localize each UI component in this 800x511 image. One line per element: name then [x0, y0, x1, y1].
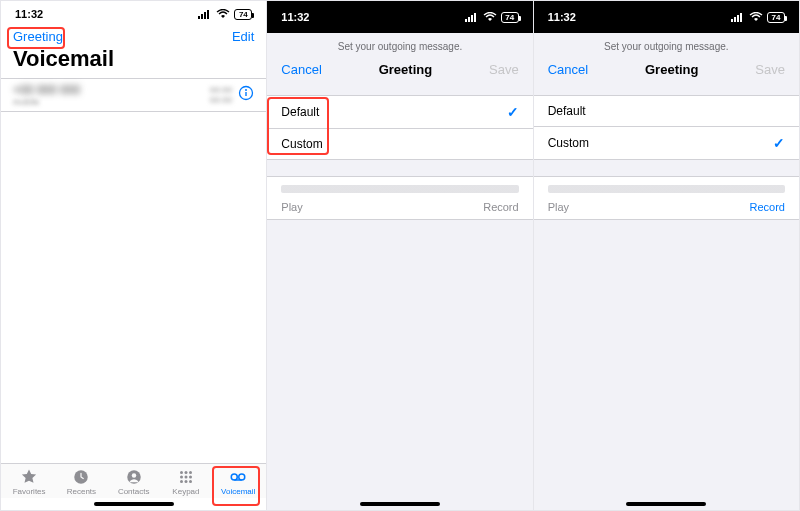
- tab-keypad[interactable]: Keypad: [160, 468, 212, 496]
- cancel-button[interactable]: Cancel: [281, 62, 321, 77]
- recording-block: Play Record: [534, 176, 799, 220]
- status-right-cluster: 74: [731, 12, 785, 23]
- save-button[interactable]: Save: [489, 62, 519, 77]
- home-indicator[interactable]: [534, 498, 799, 510]
- tab-voicemail[interactable]: Voicemail: [212, 468, 264, 496]
- star-icon: [20, 468, 38, 486]
- sheet-nav: Cancel Greeting Save: [534, 56, 799, 87]
- tab-label: Voicemail: [221, 487, 255, 496]
- checkmark-icon: ✓: [773, 135, 785, 151]
- status-right-cluster: 74: [465, 12, 519, 23]
- greeting-options-group: Default ✓ Custom: [267, 95, 532, 160]
- svg-rect-0: [198, 16, 200, 19]
- svg-rect-26: [731, 19, 733, 22]
- page-title: Voicemail: [1, 46, 266, 78]
- wifi-icon: [483, 12, 497, 22]
- option-label: Default: [281, 105, 319, 119]
- svg-point-10: [180, 471, 183, 474]
- svg-point-9: [131, 473, 136, 478]
- three-phone-layout: 11:32 74 Greeting Edit Voicemail +00 000…: [0, 0, 800, 511]
- tab-contacts[interactable]: Contacts: [108, 468, 160, 496]
- tab-favorites[interactable]: Favorites: [3, 468, 55, 496]
- play-button[interactable]: Play: [281, 201, 302, 213]
- save-button[interactable]: Save: [755, 62, 785, 77]
- sheet-note: Set your outgoing message.: [267, 33, 532, 56]
- sheet-title: Greeting: [379, 62, 432, 77]
- greeting-link[interactable]: Greeting: [13, 29, 63, 44]
- greeting-options-group: Default Custom ✓: [534, 95, 799, 160]
- svg-rect-24: [471, 15, 473, 22]
- svg-rect-22: [465, 19, 467, 22]
- status-right-cluster: 74: [198, 9, 252, 20]
- voicemail-entry-row[interactable]: +00 000 000 mobile 00:00 00:00: [1, 78, 266, 112]
- battery-icon: 74: [234, 9, 252, 20]
- recording-block: Play Record: [267, 176, 532, 220]
- tab-recents[interactable]: Recents: [55, 468, 107, 496]
- checkmark-icon: ✓: [507, 104, 519, 120]
- clock-icon: [72, 468, 90, 486]
- svg-point-13: [180, 476, 183, 479]
- greeting-sheet: Set your outgoing message. Cancel Greeti…: [267, 33, 532, 510]
- play-button[interactable]: Play: [548, 201, 569, 213]
- signal-icon: [198, 9, 212, 19]
- voicemail-nav: Greeting Edit: [1, 23, 266, 46]
- svg-rect-25: [474, 13, 476, 22]
- sheet-nav: Cancel Greeting Save: [267, 56, 532, 87]
- svg-rect-28: [737, 15, 739, 22]
- svg-rect-1: [201, 14, 203, 19]
- home-indicator[interactable]: [267, 498, 532, 510]
- edit-link[interactable]: Edit: [232, 29, 254, 44]
- option-label: Custom: [548, 136, 589, 150]
- status-time: 11:32: [15, 8, 43, 20]
- status-time: 11:32: [281, 11, 309, 23]
- wifi-icon: [216, 9, 230, 19]
- option-default[interactable]: Default: [534, 96, 799, 127]
- svg-point-20: [239, 474, 245, 480]
- tab-bar: Favorites Recents Contacts Keypad Voicem…: [1, 463, 266, 498]
- record-button[interactable]: Record: [750, 201, 785, 213]
- status-bar: 11:32 74: [267, 1, 532, 27]
- cancel-button[interactable]: Cancel: [548, 62, 588, 77]
- phone-screen-voicemail: 11:32 74 Greeting Edit Voicemail +00 000…: [1, 1, 267, 510]
- svg-rect-2: [204, 12, 206, 19]
- waveform-placeholder: [281, 185, 518, 193]
- battery-icon: 74: [501, 12, 519, 23]
- svg-point-11: [184, 471, 187, 474]
- info-icon[interactable]: [238, 85, 254, 105]
- voicemail-row-right: 00:00 00:00: [210, 85, 255, 105]
- svg-point-15: [189, 476, 192, 479]
- voicemail-icon: [229, 468, 247, 486]
- option-custom[interactable]: Custom: [267, 129, 532, 159]
- phone-screen-greeting-custom: 11:32 74 Set your outgoing message. Canc…: [534, 1, 799, 510]
- svg-rect-6: [246, 92, 247, 96]
- status-time: 11:32: [548, 11, 576, 23]
- svg-rect-23: [468, 17, 470, 22]
- sheet-title: Greeting: [645, 62, 698, 77]
- battery-icon: 74: [767, 12, 785, 23]
- sheet-note: Set your outgoing message.: [534, 33, 799, 56]
- tab-label: Keypad: [172, 487, 199, 496]
- phone-screen-greeting-default: 11:32 74 Set your outgoing message. Canc…: [267, 1, 533, 510]
- option-custom[interactable]: Custom ✓: [534, 127, 799, 159]
- option-default[interactable]: Default ✓: [267, 96, 532, 129]
- greeting-sheet: Set your outgoing message. Cancel Greeti…: [534, 33, 799, 510]
- svg-point-16: [180, 480, 183, 483]
- status-bar: 11:32 74: [1, 1, 266, 23]
- option-label: Custom: [281, 137, 322, 151]
- status-bar: 11:32 74: [534, 1, 799, 27]
- svg-point-18: [189, 480, 192, 483]
- record-button[interactable]: Record: [483, 201, 518, 213]
- waveform-placeholder: [548, 185, 785, 193]
- tab-label: Favorites: [13, 487, 46, 496]
- svg-point-14: [184, 476, 187, 479]
- svg-rect-27: [734, 17, 736, 22]
- person-icon: [125, 468, 143, 486]
- home-indicator[interactable]: [1, 498, 266, 510]
- svg-point-12: [189, 471, 192, 474]
- tab-label: Recents: [67, 487, 96, 496]
- voicemail-caller-blurred: +00 000 000 mobile: [13, 83, 80, 107]
- svg-point-17: [184, 480, 187, 483]
- svg-rect-3: [207, 10, 209, 19]
- wifi-icon: [749, 12, 763, 22]
- svg-rect-29: [740, 13, 742, 22]
